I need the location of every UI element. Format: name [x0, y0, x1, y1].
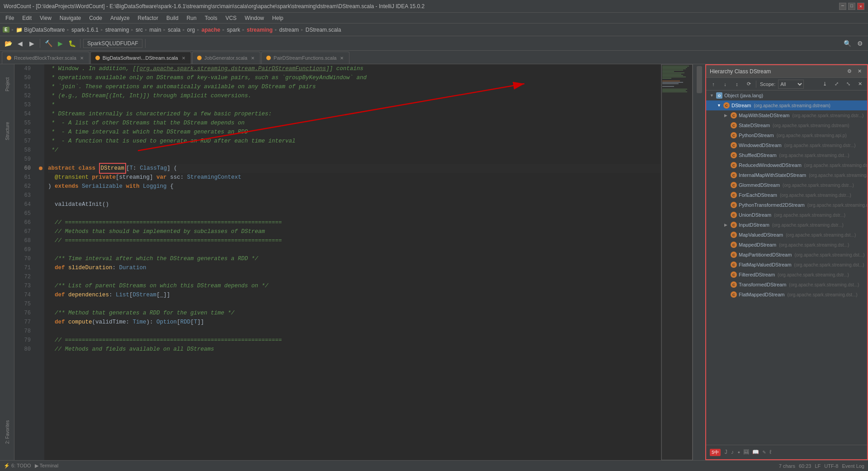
- menu-run[interactable]: Run: [183, 14, 200, 22]
- line-62: 62: [14, 182, 33, 191]
- menu-vcs[interactable]: VCS: [222, 14, 241, 22]
- hier-pythondstream[interactable]: C PythonDStream (org.apache.spark.stream…: [706, 130, 867, 140]
- nav-dstream[interactable]: dstream: [279, 27, 299, 33]
- hier-reducedwindowed[interactable]: C ReducedWindowedDStream (org.apache.spa…: [706, 160, 867, 170]
- status-event-log[interactable]: Event Log: [842, 463, 864, 469]
- hier-filtered[interactable]: C FilteredDStream (org.apache.spark.stre…: [706, 270, 867, 280]
- hier-dstream[interactable]: ▼ C DStream (org.apache.spark.streaming.…: [706, 100, 867, 110]
- hier-input[interactable]: ▶ C InputDStream (org.apache.spark.strea…: [706, 220, 867, 230]
- code-content[interactable]: * Window . In addition, [[org.apache.spa…: [44, 64, 661, 460]
- tab-pair-dstream[interactable]: PairDStreamFunctions.scala ✕: [261, 52, 349, 64]
- nav-spark[interactable]: spark-1.6.1: [71, 27, 99, 33]
- nav-dstream-file[interactable]: DStream.scala: [306, 27, 341, 33]
- hier-btn-3[interactable]: ↕: [731, 79, 742, 90]
- hier-more[interactable]: ✕: [854, 79, 865, 90]
- hier-statedstream[interactable]: C StateDStream (org.apache.spark.streami…: [706, 120, 867, 130]
- hier-pkg-dstream: (org.apache.spark.streaming.dstream): [754, 103, 830, 108]
- tab-close-pair[interactable]: ✕: [339, 56, 344, 61]
- tab-close-dstream[interactable]: ✕: [181, 56, 186, 61]
- tab-close-job[interactable]: ✕: [250, 56, 255, 61]
- line-67: 67: [14, 227, 33, 236]
- hier-btn-2[interactable]: ↓: [720, 79, 731, 90]
- hier-mapvalued[interactable]: C MapValuedDStream (org.apache.spark.str…: [706, 230, 867, 240]
- hier-expand-all[interactable]: ⤢: [831, 79, 842, 90]
- hier-internalmap[interactable]: C InternalMapWithStateDStream (org.apach…: [706, 170, 867, 180]
- hier-flatmapvalued[interactable]: C FlatMapValuedDStream (org.apache.spark…: [706, 260, 867, 270]
- minimize-button[interactable]: ─: [839, 3, 846, 10]
- hier-pkg-internalmap: (org.apache.spark.streaming.dst...): [809, 173, 867, 178]
- hier-mappartitioned[interactable]: C MapPartitionedDStream (org.apache.spar…: [706, 250, 867, 260]
- nav-icon-e[interactable]: E: [3, 27, 9, 33]
- hier-windowed[interactable]: C WindowedDStream (org.apache.spark.stre…: [706, 140, 867, 150]
- status-chars[interactable]: 7 chars: [779, 463, 795, 469]
- menu-tools[interactable]: Tools: [201, 14, 221, 22]
- menu-edit[interactable]: Edit: [19, 14, 35, 22]
- hier-mapped[interactable]: C MappedDStream (org.apache.spark.stream…: [706, 240, 867, 250]
- menu-build[interactable]: Build: [163, 14, 182, 22]
- status-position[interactable]: 60:23: [799, 463, 811, 469]
- menu-view[interactable]: View: [36, 14, 55, 22]
- gutter-62: [37, 182, 44, 191]
- status-line-ending[interactable]: LF: [815, 463, 821, 469]
- hier-glommed[interactable]: C GlommedDStream (org.apache.spark.strea…: [706, 180, 867, 190]
- status-encoding[interactable]: UTF-8: [824, 463, 838, 469]
- nav-bigdata[interactable]: 📁 BigDataSoftware: [16, 27, 65, 33]
- line-50: 50: [14, 73, 33, 82]
- sidebar-project[interactable]: Project: [1, 66, 14, 102]
- hier-collapse-all[interactable]: ⤡: [843, 79, 854, 90]
- tab-job-generator[interactable]: JobGenerator.scala ✕: [192, 52, 260, 64]
- nav-sep-9: ▸: [222, 27, 225, 33]
- hier-pythontransformed2[interactable]: C PythonTransformed2DStream (org.apache.…: [706, 200, 867, 210]
- hier-btn-4[interactable]: ⟳: [743, 79, 754, 90]
- nav-apache[interactable]: apache: [202, 27, 220, 33]
- sidebar-favorites[interactable]: 2: Favorites: [1, 414, 14, 450]
- scrollbar-thumb[interactable]: [697, 66, 702, 93]
- menu-refactor[interactable]: Refactor: [134, 14, 162, 22]
- nav-org[interactable]: org: [187, 27, 195, 33]
- hier-shuffled[interactable]: C ShuffledDStream (org.apache.spark.stre…: [706, 150, 867, 160]
- run-config-dropdown[interactable]: SparkSQLUDFUDAF: [83, 39, 142, 48]
- nav-streaming2[interactable]: streaming: [247, 27, 273, 33]
- nav-scala[interactable]: scala: [168, 27, 180, 33]
- back-button[interactable]: ◀: [14, 38, 25, 49]
- menu-file[interactable]: File: [2, 14, 18, 22]
- hier-mapwithstate[interactable]: ▶ C MapWithStateDStream (org.apache.spar…: [706, 110, 867, 120]
- nav-spark2[interactable]: spark: [227, 27, 240, 33]
- tab-dstream[interactable]: BigDataSoftware\...DStream.scala ✕: [90, 52, 191, 64]
- hier-object[interactable]: ▼ O Object (java.lang): [706, 90, 867, 100]
- hier-btn-1[interactable]: ↑: [708, 79, 719, 90]
- search-everywhere-button[interactable]: 🔍: [842, 38, 853, 49]
- tab-received-block-tracker[interactable]: ReceivedBlockTracker.scala ✕: [2, 52, 90, 64]
- hierarchy-content[interactable]: ▼ O Object (java.lang) ▼ C DStream (org.…: [706, 90, 867, 445]
- hierarchy-close[interactable]: ✕: [855, 67, 863, 76]
- build-button[interactable]: 🔨: [43, 38, 54, 49]
- status-todo[interactable]: ⚡ 6: TODO: [4, 463, 31, 469]
- settings-button[interactable]: ⚙: [854, 38, 865, 49]
- hier-transformed[interactable]: C TransformedDStream (org.apache.spark.s…: [706, 280, 867, 290]
- hier-export[interactable]: ⤓: [819, 79, 830, 90]
- line-51: 51: [14, 82, 33, 91]
- forward-button[interactable]: ▶: [26, 38, 37, 49]
- hierarchy-settings[interactable]: ⚙: [845, 67, 854, 76]
- menu-help[interactable]: Help: [269, 14, 287, 22]
- line-57: 57: [14, 137, 33, 146]
- menu-navigate[interactable]: Navigate: [56, 14, 85, 22]
- sidebar-structure[interactable]: Structure: [1, 113, 14, 149]
- hier-foreach[interactable]: C ForEachDStream (org.apache.spark.strea…: [706, 190, 867, 200]
- hier-union[interactable]: C UnionDStream (org.apache.spark.streami…: [706, 210, 867, 220]
- nav-src[interactable]: src: [136, 27, 143, 33]
- debug-button[interactable]: 🐛: [66, 38, 77, 49]
- scope-dropdown[interactable]: All Project: [778, 80, 804, 89]
- nav-main[interactable]: main: [150, 27, 161, 33]
- maximize-button[interactable]: □: [848, 3, 855, 10]
- run-button[interactable]: ▶: [55, 38, 66, 49]
- hier-flatmapped[interactable]: C FlatMappedDStream (org.apache.spark.st…: [706, 290, 867, 300]
- status-terminal[interactable]: ▶ Terminal: [35, 463, 58, 469]
- nav-streaming[interactable]: streaming: [105, 27, 129, 33]
- close-button[interactable]: ✕: [857, 3, 864, 10]
- project-icon[interactable]: 📂: [3, 38, 14, 49]
- menu-analyze[interactable]: Analyze: [107, 14, 133, 22]
- menu-code[interactable]: Code: [85, 14, 106, 22]
- menu-window[interactable]: Window: [241, 14, 268, 22]
- tab-close-received[interactable]: ✕: [79, 56, 85, 61]
